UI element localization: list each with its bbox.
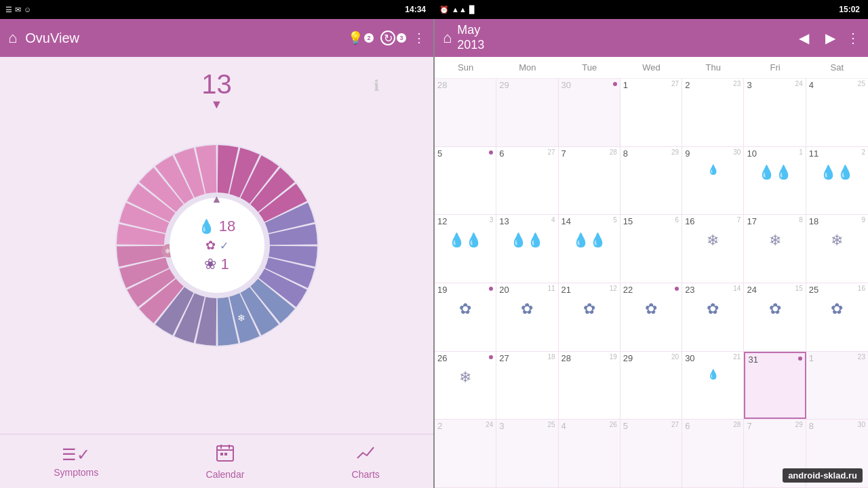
cell-cycle-num: 7 xyxy=(737,216,741,224)
day-number-display: 13 ▼ xyxy=(201,70,232,112)
calendar-cell[interactable]: 627 xyxy=(496,147,558,215)
snowflake-icon: ❄ xyxy=(831,232,843,249)
calendar-cell[interactable]: 325 xyxy=(496,420,558,487)
nav-item-calendar[interactable]: Calendar xyxy=(193,438,258,485)
cell-top: 829 xyxy=(623,148,679,159)
drop-small-icon: 💧 xyxy=(707,164,719,175)
symptoms-label: Symptoms xyxy=(54,467,98,478)
cell-date: 28 xyxy=(561,353,571,363)
calendar-cell[interactable]: 28 xyxy=(435,79,496,146)
calendar-cell[interactable]: 324 xyxy=(744,79,806,146)
calendar-cell[interactable]: 2011✿ xyxy=(496,283,558,351)
calendar-cell[interactable]: 31 xyxy=(744,352,806,420)
mucus-icon: 💧 xyxy=(198,218,215,235)
status-icon-right-1: ⏰ xyxy=(439,5,449,14)
cell-cycle-num: 23 xyxy=(858,353,865,361)
calendar-cell[interactable]: 728 xyxy=(559,147,620,215)
calendar-cell[interactable]: 134💧💧 xyxy=(496,215,558,283)
day-header-tue: Tue xyxy=(559,57,620,78)
nav-item-charts[interactable]: Charts xyxy=(338,438,393,485)
cell-date: 14 xyxy=(561,216,571,226)
cell-cycle-num: 23 xyxy=(733,80,741,87)
cell-cycle-num: 8 xyxy=(799,216,803,224)
bulb-button[interactable]: 💡 2 xyxy=(348,30,374,45)
main-content: ⌂ OvuView 💡 2 ↻ 3 ⋮ 13 ▼ ℹ xyxy=(0,19,868,488)
calendar-cell[interactable]: 426 xyxy=(559,420,620,487)
flower2-icon: ❀ xyxy=(204,256,216,273)
cell-top: 728 xyxy=(561,148,617,159)
calendar-cell[interactable]: 19✿ xyxy=(435,283,496,351)
cycle-wheel[interactable]: // This is inside SVG, won't execute - h… xyxy=(105,134,329,357)
cell-date: 20 xyxy=(499,285,509,295)
calendar-cell[interactable]: 2920 xyxy=(620,352,682,420)
calendar-cell[interactable]: 145💧💧 xyxy=(559,215,620,283)
cell-top: 2516 xyxy=(809,285,865,295)
day-header-thu: Thu xyxy=(682,57,744,78)
bulb-badge: 2 xyxy=(364,33,374,43)
calendar-cell[interactable]: 5 xyxy=(435,147,496,215)
calendar-cell[interactable]: 2516✿ xyxy=(806,283,868,351)
cal-home-icon[interactable]: ⌂ xyxy=(443,29,452,47)
calendar-cell[interactable]: 829 xyxy=(620,147,682,215)
calendar-grid: Sun Mon Tue Wed Thu Fri Sat 282930127223… xyxy=(435,57,868,488)
cal-next-button[interactable]: ▶ xyxy=(820,27,841,49)
calendar-cell[interactable]: 189❄ xyxy=(806,215,868,283)
flower-icon: ✿ xyxy=(583,300,595,318)
calendar-cell[interactable]: 2819 xyxy=(559,352,620,420)
calendar-cell[interactable]: 2112✿ xyxy=(559,283,620,351)
sync-button[interactable]: ↻ 3 xyxy=(380,30,406,45)
calendar-cell[interactable]: 628 xyxy=(682,420,744,487)
cell-date: 12 xyxy=(437,216,447,226)
calendar-cell[interactable]: 178❄ xyxy=(744,215,806,283)
flower-icon: ✿ xyxy=(769,300,781,318)
cell-top: 19 xyxy=(437,285,493,295)
cycle-area: 13 ▼ ℹ xyxy=(0,57,433,434)
calendar-cell[interactable]: 3021💧 xyxy=(682,352,744,420)
info-icon[interactable]: ℹ xyxy=(374,77,379,95)
cell-top: 156 xyxy=(623,216,679,226)
calendar-cell[interactable]: 930💧 xyxy=(682,147,744,215)
status-icon-2: ✉ xyxy=(15,5,21,14)
calendar-cell[interactable]: 22✿ xyxy=(620,283,682,351)
calendar-cell[interactable]: 2314✿ xyxy=(682,283,744,351)
calendar-cell[interactable]: 112💧💧 xyxy=(806,147,868,215)
cell-dot xyxy=(489,355,493,359)
calendar-cell[interactable]: 101💧💧 xyxy=(744,147,806,215)
calendar-cell[interactable]: 2415✿ xyxy=(744,283,806,351)
cell-date: 9 xyxy=(685,148,690,159)
cell-date: 22 xyxy=(623,285,633,295)
calendar-cell[interactable]: 156 xyxy=(620,215,682,283)
drop-med-icon: 💧💧 xyxy=(758,164,792,180)
calendar-cell[interactable]: 527 xyxy=(620,420,682,487)
home-icon[interactable]: ⌂ xyxy=(8,29,17,47)
calendar-cell[interactable]: 224 xyxy=(435,420,496,487)
calendar-cell[interactable]: 425 xyxy=(806,79,868,146)
symptom-row: ✿ ✓ xyxy=(205,238,229,253)
cell-date: 10 xyxy=(747,148,756,159)
cycle-center-info: 💧 18 ✿ ✓ ❀ 1 xyxy=(170,198,264,293)
menu-button[interactable]: ⋮ xyxy=(413,30,425,45)
cell-date: 31 xyxy=(748,354,757,365)
cell-cycle-num: 16 xyxy=(858,285,865,292)
day-headers: Sun Mon Tue Wed Thu Fri Sat xyxy=(435,57,868,79)
calendar-cell[interactable]: 2718 xyxy=(496,352,558,420)
cell-cycle-num: 28 xyxy=(733,421,741,428)
calendar-cell[interactable]: 29 xyxy=(496,79,558,146)
phase-value: 1 xyxy=(220,256,229,273)
calendar-cell[interactable]: 30 xyxy=(559,79,620,146)
cell-date: 6 xyxy=(499,148,504,159)
calendar-cell[interactable]: 26❄ xyxy=(435,352,496,420)
cal-menu-button[interactable]: ⋮ xyxy=(846,30,860,46)
calendar-cell[interactable]: 167❄ xyxy=(682,215,744,283)
calendar-cell[interactable]: 127 xyxy=(620,79,682,146)
calendar-cell[interactable]: 123💧💧 xyxy=(435,215,496,283)
nav-item-symptoms[interactable]: ☰✓ Symptoms xyxy=(40,440,112,483)
cell-top: 2718 xyxy=(499,353,555,363)
sync-icon: ↻ xyxy=(380,30,395,45)
calendar-cell[interactable]: 123 xyxy=(806,352,868,420)
calendar-cell[interactable]: 223 xyxy=(682,79,744,146)
cell-date: 1 xyxy=(809,353,814,363)
cal-prev-button[interactable]: ◀ xyxy=(793,27,814,49)
cell-dot xyxy=(675,287,679,291)
sync-badge: 3 xyxy=(397,33,406,43)
